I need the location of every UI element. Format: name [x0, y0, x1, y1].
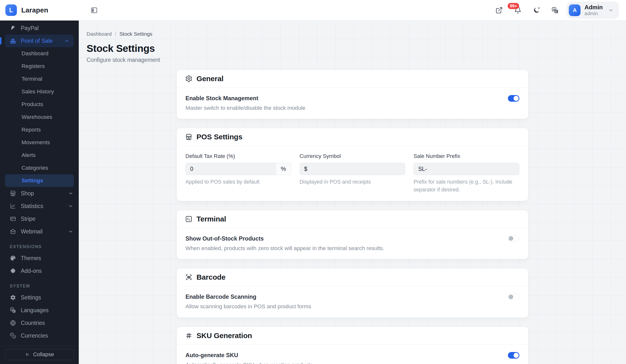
breadcrumb-dashboard[interactable]: Dashboard	[86, 31, 112, 37]
sidebar-item-statistics[interactable]: Statistics	[0, 200, 79, 213]
field-currency-symbol: Currency Symbol Displayed in POS and rec…	[300, 153, 405, 193]
card-title: Barcode	[196, 273, 226, 281]
chart-line-icon	[10, 203, 16, 209]
card-barcode: Barcode Enable Barcode Scanning Allow sc…	[177, 268, 528, 318]
sidebar-subitem-categories[interactable]: Categories	[0, 162, 79, 174]
sidebar-item-stripe[interactable]: Stripe	[0, 213, 79, 225]
chevron-down-icon	[68, 191, 73, 196]
default-tax-rate-input[interactable]	[186, 163, 275, 175]
field-hint: Displayed in POS and receipts	[300, 178, 405, 186]
sidebar-item-label: PayPal	[21, 25, 39, 32]
user-menu[interactable]: A Admin admin	[567, 2, 619, 19]
field-hint: Applied to POS sales by default	[186, 178, 291, 186]
puzzle-icon	[10, 268, 16, 274]
card-general: General Enable Stock Management Master s…	[177, 70, 528, 119]
external-link-icon	[495, 7, 503, 14]
setting-description: Master switch to enable/disable the stoc…	[186, 104, 305, 111]
collapse-label: Collapse	[33, 351, 54, 358]
enable-stock-management-toggle[interactable]	[508, 95, 519, 102]
percent-suffix: %	[275, 163, 291, 175]
translate-icon	[551, 7, 559, 14]
notifications-badge: 99+	[508, 3, 519, 9]
sidebar-item-label: Stripe	[21, 216, 36, 222]
field-label: Sale Number Prefix	[414, 153, 519, 159]
setting-row-barcode-scanning: Enable Barcode Scanning Allow scanning b…	[186, 293, 519, 310]
panel-left-icon	[90, 7, 98, 14]
gear-icon	[185, 75, 193, 82]
setting-description: Allow scanning barcodes in POS and produ…	[186, 303, 311, 310]
coins-icon	[10, 332, 16, 339]
sidebar-subitem-terminal[interactable]: Terminal	[0, 73, 79, 85]
sidebar-item-languages[interactable]: Languages	[0, 304, 79, 317]
collapse-icon	[25, 352, 30, 357]
hash-icon	[185, 332, 193, 339]
palette-icon	[10, 255, 16, 261]
gear-icon	[10, 294, 16, 301]
sidebar-item-themes[interactable]: Themes	[0, 252, 79, 264]
card-title: Terminal	[196, 215, 226, 223]
settings-cards: General Enable Stock Management Master s…	[177, 70, 528, 364]
sidebar-item-label: Shop	[21, 190, 34, 197]
sidebar-item-label: Statistics	[21, 203, 43, 210]
sidebar-subitem-products[interactable]: Products	[0, 98, 79, 111]
sale-number-prefix-input[interactable]	[414, 163, 519, 175]
enable-barcode-scanning-toggle[interactable]	[508, 293, 519, 300]
sidebar: PayPal Point of Sale Dashboard Registers…	[0, 21, 79, 364]
sidebar-item-currencies[interactable]: Currencies	[0, 329, 79, 342]
sidebar-subitem-movements[interactable]: Movements	[0, 136, 79, 149]
main-content: Dashboard / Stock Settings Stock Setting…	[79, 21, 626, 364]
field-sale-number-prefix: Sale Number Prefix Prefix for sale numbe…	[414, 153, 519, 193]
cubes-icon	[10, 38, 16, 44]
setting-description: When enabled, products with zero stock w…	[186, 245, 384, 252]
card-title: General	[196, 74, 224, 83]
collapse-sidebar-button[interactable]: Collapse	[5, 349, 74, 360]
sidebar-item-label: Add-ons	[21, 268, 42, 274]
sidebar-item-point-of-sale[interactable]: Point of Sale	[5, 35, 74, 47]
language-button[interactable]	[551, 7, 559, 14]
card-title: SKU Generation	[196, 331, 252, 340]
sidebar-item-paypal[interactable]: PayPal	[0, 22, 79, 35]
sidebar-subitem-reports[interactable]: Reports	[0, 123, 79, 136]
credit-card-icon	[10, 216, 16, 222]
chevron-down-icon	[68, 229, 73, 234]
card-pos-settings: POS Settings Default Tax Rate (%) % Appl…	[177, 128, 528, 201]
setting-label: Show Out-of-Stock Products	[186, 235, 384, 242]
storefront-icon	[185, 133, 193, 141]
setting-row-out-of-stock: Show Out-of-Stock Products When enabled,…	[186, 235, 519, 252]
page-header: Dashboard / Stock Settings Stock Setting…	[79, 31, 626, 63]
external-link-button[interactable]	[495, 7, 503, 14]
sidebar-item-settings[interactable]: Settings	[0, 291, 79, 304]
mail-icon	[10, 228, 16, 235]
storefront-icon	[10, 190, 16, 197]
field-label: Default Tax Rate (%)	[186, 153, 291, 159]
sidebar-item-addons[interactable]: Add-ons	[0, 264, 79, 277]
sidebar-item-shop[interactable]: Shop	[0, 187, 79, 200]
sidebar-item-countries[interactable]: Countries	[0, 317, 79, 329]
sidebar-subitem-registers[interactable]: Registers	[0, 60, 79, 73]
sidebar-toggle-button[interactable]	[90, 7, 98, 14]
sidebar-subitem-settings[interactable]: Settings	[5, 174, 74, 187]
notifications-button[interactable]: 99+	[514, 6, 522, 14]
brand: L Larapen	[0, 4, 79, 16]
show-out-of-stock-toggle[interactable]	[508, 235, 519, 242]
sidebar-item-label: Webmail	[21, 228, 42, 235]
user-avatar: A	[569, 4, 581, 16]
auto-generate-sku-toggle[interactable]	[508, 352, 519, 359]
translate-icon	[10, 307, 16, 313]
chevron-up-icon	[64, 38, 70, 43]
sidebar-subitem-dashboard[interactable]: Dashboard	[0, 47, 79, 60]
moon-icon	[533, 7, 540, 14]
field-hint: Prefix for sale numbers (e.g., SL-). Inc…	[414, 178, 519, 193]
sidebar-subitem-alerts[interactable]: Alerts	[0, 149, 79, 162]
user-role: admin	[585, 11, 603, 16]
terminal-icon	[185, 215, 193, 223]
sidebar-item-label: Languages	[21, 307, 49, 314]
sidebar-subitem-sales-history[interactable]: Sales History	[0, 85, 79, 98]
dark-mode-button[interactable]	[533, 7, 540, 14]
chevron-down-icon	[608, 8, 614, 13]
card-title: POS Settings	[196, 133, 242, 141]
sidebar-subitem-warehouses[interactable]: Warehouses	[0, 111, 79, 123]
top-header: L Larapen 99+	[0, 0, 626, 21]
sidebar-item-webmail[interactable]: Webmail	[0, 225, 79, 238]
currency-symbol-input[interactable]	[300, 163, 405, 175]
